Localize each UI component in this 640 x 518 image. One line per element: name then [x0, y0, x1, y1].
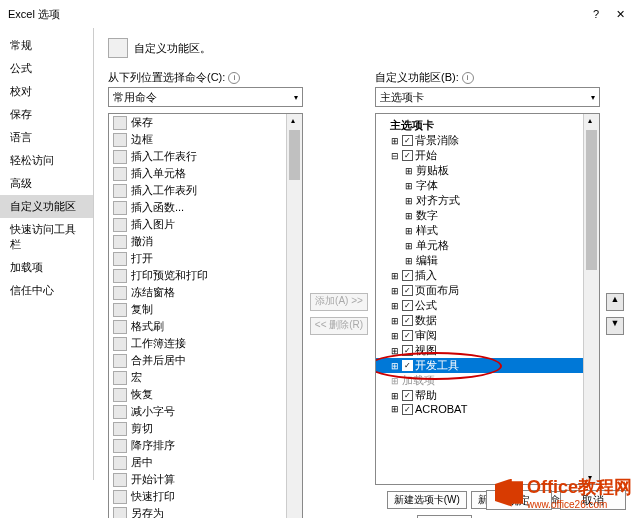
move-down-button[interactable]: ▼ — [606, 317, 624, 335]
expander-icon[interactable]: ⊞ — [390, 316, 400, 326]
scrollbar[interactable] — [583, 114, 599, 484]
command-item[interactable]: 冻结窗格 — [109, 284, 302, 301]
tree-item[interactable]: ⊞✓审阅 — [376, 328, 599, 343]
checkbox[interactable]: ✓ — [402, 390, 413, 401]
expander-icon[interactable]: ⊞ — [390, 301, 400, 311]
expander-icon[interactable]: ⊞ — [390, 361, 400, 371]
tree-item[interactable]: ⊞✓帮助 — [376, 388, 599, 403]
command-item[interactable]: 剪切 — [109, 420, 302, 437]
command-item[interactable]: 减小字号 — [109, 403, 302, 420]
tree-item[interactable]: ⊞✓插入 — [376, 268, 599, 283]
command-item[interactable]: 撤消 — [109, 233, 302, 250]
close-button[interactable]: ✕ — [608, 8, 632, 21]
tree-item[interactable]: ⊟✓开始 — [376, 148, 599, 163]
new-tab-button[interactable]: 新建选项卡(W) — [387, 491, 467, 509]
expander-icon[interactable]: ⊞ — [390, 391, 400, 401]
sidebar-item[interactable]: 加载项 — [0, 256, 93, 279]
expander-icon[interactable]: ⊞ — [404, 241, 414, 251]
expander-icon[interactable]: ⊞ — [390, 331, 400, 341]
expander-icon[interactable]: ⊞ — [390, 376, 400, 386]
checkbox[interactable]: ✓ — [402, 285, 413, 296]
checkbox[interactable]: ✓ — [402, 135, 413, 146]
commands-listbox[interactable]: 保存边框插入工作表行插入单元格插入工作表列插入函数...插入图片撤消打开打印预览… — [108, 113, 303, 518]
sidebar-item[interactable]: 校对 — [0, 80, 93, 103]
tree-item[interactable]: ⊞✓页面布局 — [376, 283, 599, 298]
expander-icon[interactable]: ⊞ — [390, 136, 400, 146]
expander-icon[interactable]: ⊞ — [404, 211, 414, 221]
tree-item[interactable]: ⊞✓背景消除 — [376, 133, 599, 148]
checkbox[interactable]: ✓ — [402, 404, 413, 415]
expander-icon[interactable]: ⊞ — [404, 256, 414, 266]
info-icon[interactable]: i — [228, 72, 240, 84]
tree-item[interactable]: ⊞数字 — [376, 208, 599, 223]
checkbox[interactable]: ✓ — [402, 345, 413, 356]
expander-icon[interactable]: ⊞ — [404, 196, 414, 206]
command-item[interactable]: 宏 — [109, 369, 302, 386]
command-item[interactable]: 格式刷 — [109, 318, 302, 335]
scrollbar[interactable] — [286, 114, 302, 518]
expander-icon[interactable]: ⊞ — [404, 166, 414, 176]
checkbox[interactable]: ✓ — [402, 270, 413, 281]
expander-icon[interactable]: ⊞ — [404, 226, 414, 236]
ribbon-combo[interactable]: 主选项卡 — [375, 87, 600, 107]
command-item[interactable]: 插入图片 — [109, 216, 302, 233]
expander-icon[interactable]: ⊟ — [390, 151, 400, 161]
checkbox[interactable]: ✓ — [402, 150, 413, 161]
command-item[interactable]: 另存为 — [109, 505, 302, 518]
command-item[interactable]: 复制 — [109, 301, 302, 318]
checkbox[interactable]: ✓ — [402, 300, 413, 311]
ribbon-tree[interactable]: 主选项卡⊞✓背景消除⊟✓开始⊞剪贴板⊞字体⊞对齐方式⊞数字⊞样式⊞单元格⊞编辑⊞… — [375, 113, 600, 485]
sidebar-item[interactable]: 自定义功能区 — [0, 195, 93, 218]
help-button[interactable]: ? — [584, 8, 608, 20]
command-item[interactable]: 插入工作表列 — [109, 182, 302, 199]
tree-item[interactable]: ⊞✓公式 — [376, 298, 599, 313]
sidebar-item[interactable]: 公式 — [0, 57, 93, 80]
sidebar-item[interactable]: 常规 — [0, 34, 93, 57]
sidebar-item[interactable]: 轻松访问 — [0, 149, 93, 172]
move-up-button[interactable]: ▲ — [606, 293, 624, 311]
command-item[interactable]: 居中 — [109, 454, 302, 471]
sidebar-item[interactable]: 快速访问工具栏 — [0, 218, 93, 256]
tree-item[interactable]: ⊞样式 — [376, 223, 599, 238]
expander-icon[interactable]: ⊞ — [390, 346, 400, 356]
tree-item[interactable]: ⊞加载项 — [376, 373, 599, 388]
scroll-thumb[interactable] — [586, 130, 597, 270]
command-item[interactable]: 保存 — [109, 114, 302, 131]
commands-combo[interactable]: 常用命令 — [108, 87, 303, 107]
checkbox[interactable]: ✓ — [402, 360, 413, 371]
sidebar-item[interactable]: 语言 — [0, 126, 93, 149]
tree-item[interactable]: ⊞✓ACROBAT — [376, 403, 599, 415]
tree-item[interactable]: ⊞剪贴板 — [376, 163, 599, 178]
command-item[interactable]: 降序排序 — [109, 437, 302, 454]
tree-item[interactable]: ⊞字体 — [376, 178, 599, 193]
tree-item[interactable]: ⊞✓视图 — [376, 343, 599, 358]
sidebar-item[interactable]: 保存 — [0, 103, 93, 126]
expander-icon[interactable]: ⊞ — [390, 286, 400, 296]
command-item[interactable]: 插入函数... — [109, 199, 302, 216]
checkbox[interactable]: ✓ — [402, 315, 413, 326]
sidebar-item[interactable]: 信任中心 — [0, 279, 93, 302]
checkbox[interactable]: ✓ — [402, 330, 413, 341]
expander-icon[interactable]: ⊞ — [404, 181, 414, 191]
command-item[interactable]: 合并后居中 — [109, 352, 302, 369]
command-item[interactable]: 插入工作表行 — [109, 148, 302, 165]
sidebar-item[interactable]: 高级 — [0, 172, 93, 195]
command-item[interactable]: 边框 — [109, 131, 302, 148]
command-item[interactable]: 恢复 — [109, 386, 302, 403]
command-item[interactable]: 打印预览和打印 — [109, 267, 302, 284]
tree-item[interactable]: ⊞编辑 — [376, 253, 599, 268]
info-icon[interactable]: i — [462, 72, 474, 84]
command-item[interactable]: 插入单元格 — [109, 165, 302, 182]
tree-item[interactable]: 主选项卡 — [376, 118, 599, 133]
tree-item[interactable]: ⊞✓开发工具 — [376, 358, 599, 373]
command-item[interactable]: 工作簿连接 — [109, 335, 302, 352]
command-item[interactable]: 快速打印 — [109, 488, 302, 505]
expander-icon[interactable]: ⊞ — [390, 404, 400, 414]
expander-icon[interactable]: ⊞ — [390, 271, 400, 281]
tree-item[interactable]: ⊞单元格 — [376, 238, 599, 253]
tree-item[interactable]: ⊞✓数据 — [376, 313, 599, 328]
command-item[interactable]: 开始计算 — [109, 471, 302, 488]
scroll-thumb[interactable] — [289, 130, 300, 180]
command-item[interactable]: 打开 — [109, 250, 302, 267]
tree-item[interactable]: ⊞对齐方式 — [376, 193, 599, 208]
